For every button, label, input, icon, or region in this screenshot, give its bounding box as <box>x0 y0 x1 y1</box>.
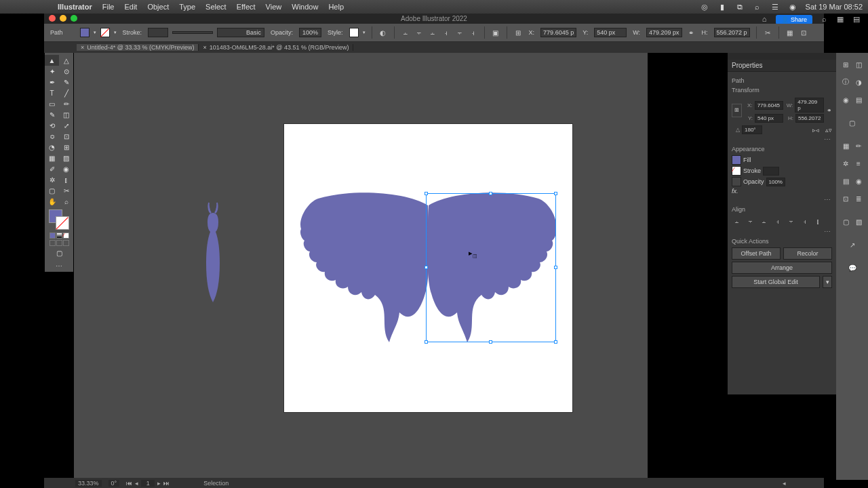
align-vcenter-icon[interactable]: ⫟ <box>786 217 795 226</box>
brushes-icon[interactable]: ✏ <box>853 140 864 151</box>
mesh-tool[interactable]: ▦ <box>45 152 59 163</box>
fx-button[interactable]: fx. <box>732 188 738 195</box>
zoom-dropdown[interactable]: 33.33% <box>75 480 102 487</box>
control-center-icon[interactable]: ☰ <box>770 3 780 12</box>
y-input[interactable]: 540 px <box>594 28 627 37</box>
artboards-icon[interactable]: ▧ <box>853 216 864 227</box>
selection-tool[interactable]: ▲ <box>45 55 59 66</box>
eyedropper-tool[interactable]: ✐ <box>45 163 59 174</box>
rotate-dropdown[interactable]: 0° <box>108 480 120 487</box>
first-artboard-icon[interactable]: ⏮ <box>126 480 132 487</box>
menu-select[interactable]: Select <box>205 3 226 11</box>
menu-object[interactable]: Object <box>147 3 169 11</box>
link-icon[interactable]: ⚭ <box>827 107 832 114</box>
more-icon[interactable]: ⋯ <box>732 136 832 143</box>
recolor-button[interactable]: Recolor <box>783 247 832 260</box>
graphic-styles-icon[interactable]: ▤ <box>840 176 851 186</box>
menu-window[interactable]: Window <box>292 3 318 11</box>
align-hcenter-icon[interactable]: ⫟ <box>414 28 424 37</box>
distribute-icon[interactable]: ⫿ <box>813 217 823 226</box>
comments-icon[interactable]: ◑ <box>853 77 864 87</box>
artboard-tool[interactable]: ▢ <box>45 185 59 196</box>
color-mode-icons[interactable]: ⁄ <box>45 232 73 239</box>
lasso-tool[interactable]: ⊙ <box>59 66 73 77</box>
body-shape[interactable] <box>199 202 226 304</box>
fill-stroke-swatches[interactable] <box>49 209 69 230</box>
artboard[interactable]: ▸◫ <box>284 124 572 412</box>
angle-input[interactable]: 180° <box>742 125 762 134</box>
stroke-weight-panel[interactable] <box>763 167 779 176</box>
more-icon[interactable]: ⋯ <box>732 196 832 203</box>
magic-wand-tool[interactable]: ✦ <box>45 66 59 77</box>
flip-v-icon[interactable]: ▵▿ <box>825 127 832 134</box>
artboard-number[interactable]: 1 <box>141 480 155 487</box>
color-icon[interactable]: ◉ <box>840 94 851 105</box>
menu-file[interactable]: File <box>102 3 115 11</box>
hand-tool[interactable]: ✋ <box>45 196 59 207</box>
symbols-icon[interactable]: ✲ <box>840 158 851 169</box>
libraries-icon[interactable]: ◫ <box>853 59 864 70</box>
align-top-icon[interactable]: ⫞ <box>441 28 451 37</box>
properties-tab[interactable]: Properties <box>728 60 836 72</box>
fill-swatch[interactable] <box>80 28 90 37</box>
align-top-icon[interactable]: ⫞ <box>772 217 782 226</box>
line-tool[interactable]: ╱ <box>59 87 73 98</box>
transform-w-input[interactable]: 479.209 p <box>795 98 824 113</box>
opacity-input-panel[interactable]: 100% <box>766 178 785 186</box>
transform-x-input[interactable]: 779.6045 <box>755 101 783 110</box>
stroke-weight-input[interactable] <box>148 28 168 37</box>
share-button[interactable]: 👤Share <box>776 15 812 24</box>
align-right-icon[interactable]: ⫠ <box>759 217 768 226</box>
direct-select-tool[interactable]: △ <box>59 55 73 66</box>
type-tool[interactable]: T <box>45 87 59 98</box>
menu-view[interactable]: View <box>266 3 282 11</box>
brush-tool[interactable]: ✏ <box>59 98 73 109</box>
search-app-icon[interactable]: ⌕ <box>819 15 829 24</box>
transform-h-input[interactable]: 556.2072 <box>795 114 824 123</box>
layers-icon[interactable]: ≣ <box>853 193 864 204</box>
eraser-tool[interactable]: ◫ <box>59 109 73 120</box>
clock[interactable]: Sat 19 Mar 08:52 <box>806 3 863 11</box>
shape-builder-tool[interactable]: ◔ <box>45 142 59 152</box>
menu-effect[interactable]: Effect <box>237 3 256 11</box>
rectangle-tool[interactable]: ▭ <box>45 98 59 109</box>
selection-bounds[interactable] <box>426 193 556 342</box>
blend-tool[interactable]: ◉ <box>59 163 73 174</box>
discuss-icon[interactable]: 💬 <box>847 262 858 273</box>
crop-marks-icon[interactable]: ⊡ <box>799 28 808 37</box>
color-guide-icon[interactable]: ▤ <box>853 94 864 105</box>
align-left-icon[interactable]: ⫠ <box>401 28 410 37</box>
rotate-tool[interactable]: ⟲ <box>45 120 59 131</box>
h-input[interactable]: 556.2072 p <box>714 28 750 37</box>
gradient-tool[interactable]: ▨ <box>59 152 73 163</box>
stroke-icon[interactable]: ≡ <box>853 158 864 169</box>
pen-tool[interactable]: ✒ <box>45 77 59 87</box>
close-icon[interactable]: × <box>81 44 84 51</box>
fill-swatch-panel[interactable] <box>732 155 741 165</box>
align-pixel-icon[interactable]: ▦ <box>785 28 795 37</box>
swatches-icon[interactable]: ▦ <box>840 140 851 151</box>
home-icon[interactable]: ⌂ <box>760 15 769 24</box>
siri-icon[interactable]: ◉ <box>788 3 797 12</box>
align-bottom-icon[interactable]: ⫞ <box>469 28 478 37</box>
flip-h-icon[interactable]: ▹◃ <box>812 127 819 134</box>
global-edit-button[interactable]: Start Global Edit <box>732 276 820 288</box>
align-vcenter-icon[interactable]: ⫟ <box>455 28 465 37</box>
global-edit-dropdown[interactable]: ▾ <box>823 276 832 288</box>
asset-export-icon[interactable]: ▢ <box>840 216 851 227</box>
export-icon[interactable]: ↗ <box>847 239 858 250</box>
stroke-swatch[interactable] <box>100 28 110 37</box>
align-right-icon[interactable]: ⫠ <box>428 28 437 37</box>
tab-2[interactable]: ×101483-OM6LM5-28.ai* @ 43.51 % (RGB/Pre… <box>199 44 353 51</box>
last-artboard-icon[interactable]: ⏭ <box>163 480 170 487</box>
perspective-tool[interactable]: ⊞ <box>59 142 73 152</box>
edit-toolbar-icon[interactable]: ⋯ <box>45 262 73 270</box>
w-input[interactable]: 479.209 px <box>646 28 682 37</box>
curvature-tool[interactable]: ✎ <box>59 77 73 87</box>
scroll-left-icon[interactable]: ◂ <box>783 480 786 487</box>
style-swatch[interactable] <box>349 28 359 37</box>
free-transform-tool[interactable]: ⊡ <box>59 131 73 142</box>
more-icon[interactable]: ⋯ <box>732 228 832 235</box>
search-icon[interactable]: ⌕ <box>753 3 762 11</box>
cc-libs-icon[interactable]: ⓘ <box>840 77 851 87</box>
